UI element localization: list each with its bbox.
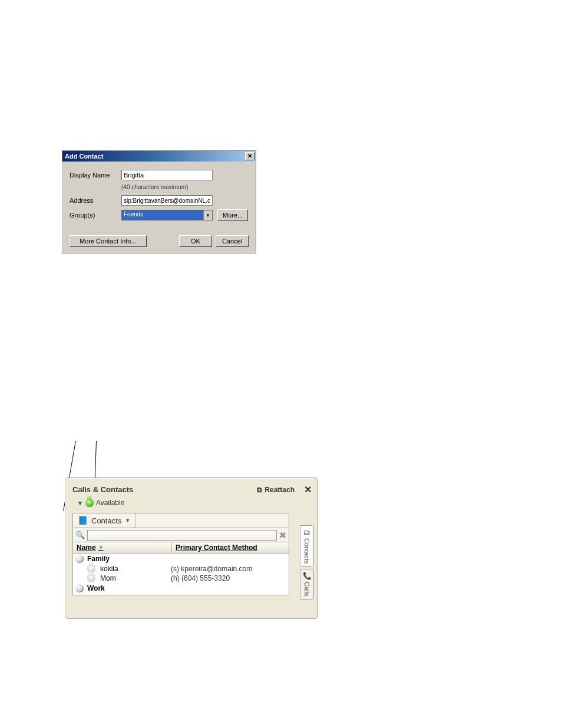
label-display-name: Display Name [70,172,121,179]
address-input[interactable] [121,195,213,206]
presence-available-icon [85,499,94,507]
contact-name: kokila [100,565,171,573]
panel-toolbar: 📘 Contacts ▼ [72,513,289,528]
dialog-body: Display Name (40 characters maximum) Add… [62,162,256,253]
group-row[interactable]: Work [73,583,289,594]
presence-label: Available [96,499,124,507]
label-address: Address [70,197,121,204]
reattach-button[interactable]: ⧉ Reattach [257,486,295,494]
display-name-hint: (40 characters maximum) [121,184,249,190]
tab-contacts[interactable]: 🗂 Contacts [300,525,314,566]
panel-title: Calls & Contacts [72,485,133,494]
group-expand-icon[interactable] [75,584,84,592]
calls-contacts-panel: Calls & Contacts ⧉ Reattach ✕ ▼ Availabl… [65,477,318,619]
group-expand-icon[interactable] [75,555,84,563]
sort-descending-icon: ▼ [98,545,104,551]
search-input[interactable] [87,530,277,541]
panel-close-button[interactable]: ✕ [303,484,313,495]
column-primary-method[interactable]: Primary Contact Method [172,542,289,553]
cancel-button[interactable]: Cancel [216,235,249,247]
tab-calls[interactable]: 📞 Calls [300,569,314,599]
person-icon [87,574,95,582]
groups-selected: Friends [122,210,203,220]
chevron-down-icon: ▼ [77,500,83,506]
reattach-label: Reattach [265,486,295,494]
group-name: Family [87,555,110,563]
side-tabs: 🗂 Contacts 📞 Calls [300,525,314,599]
display-name-input[interactable] [121,170,213,180]
contacts-button-label: Contacts [91,516,121,525]
calls-tab-icon: 📞 [303,572,312,580]
clear-search-button[interactable]: ✖ [279,531,286,540]
dialog-title: Add Contact [65,153,103,160]
contact-row[interactable]: Mom (h) (604) 555-3320 [73,574,289,583]
more-groups-button[interactable]: More... [217,209,248,221]
close-button[interactable]: ✕ [245,152,254,160]
search-icon: 🔍 [75,531,85,539]
presence-row[interactable]: ▼ Available [77,499,313,507]
reattach-icon: ⧉ [257,486,262,494]
row-address: Address [70,195,249,206]
column-name-label: Name [77,543,96,552]
tab-contacts-label: Contacts [303,538,310,564]
contact-method: (h) (604) 555-3320 [171,574,230,582]
dialog-footer: More Contact Info... OK Cancel [70,235,249,247]
ok-button[interactable]: OK [179,235,212,247]
contacts-tab-icon: 🗂 [303,528,310,536]
groups-dropdown[interactable]: Friends ▼ [121,210,213,220]
search-row: 🔍 ✖ [72,528,289,542]
group-name: Work [87,584,105,592]
group-row[interactable]: Family [73,554,289,564]
tab-calls-label: Calls [303,582,310,596]
label-groups: Group(s) [70,212,121,219]
contact-name: Mom [100,574,171,582]
row-groups: Group(s) Friends ▼ More... [70,209,249,221]
column-name[interactable]: Name ▼ [73,542,172,553]
chevron-down-icon: ▼ [125,518,130,523]
panel-header: Calls & Contacts ⧉ Reattach ✕ [72,484,313,495]
contact-row[interactable]: kokila (s) kpereira@domain.com [73,564,289,574]
table-header: Name ▼ Primary Contact Method [72,542,289,554]
row-display-name: Display Name [70,170,249,180]
contact-method: (s) kpereira@domain.com [171,565,252,573]
contacts-dropdown-button[interactable]: 📘 Contacts ▼ [73,513,135,528]
address-book-icon: 📘 [78,516,88,525]
more-contact-info-button[interactable]: More Contact Info... [70,235,147,247]
add-contact-dialog: Add Contact ✕ Display Name (40 character… [62,150,256,253]
contact-list: Family kokila (s) kpereira@domain.com Mo… [72,554,289,595]
chevron-down-icon[interactable]: ▼ [203,210,212,220]
titlebar: Add Contact ✕ [62,151,256,162]
